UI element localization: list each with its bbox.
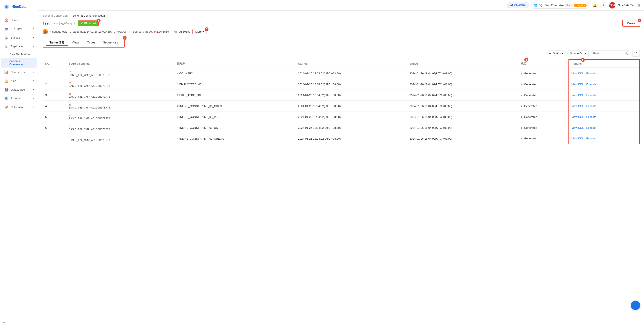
sidebar-item-datasource[interactable]: 🗄️ Datasource ▾ bbox=[1, 85, 37, 94]
alert-icon: 🔔 bbox=[4, 79, 8, 83]
source-version: 2.86-1519 bbox=[156, 30, 169, 33]
breadcrumb-parent[interactable]: Schema Conversion bbox=[43, 14, 68, 17]
sqldev-button[interactable]: 🌐 SQL Dev. Enterprise Trial Upgrade bbox=[531, 2, 589, 8]
target-object-icon: ≡ bbox=[177, 137, 178, 140]
sidebar-item-notification[interactable]: 📣 Notification ▾ bbox=[1, 103, 37, 111]
account-icon: 👤 bbox=[4, 96, 8, 100]
tab-tables[interactable]: Tables(23) bbox=[46, 39, 68, 46]
upgrade-badge[interactable]: Upgrade bbox=[574, 4, 586, 7]
badge-num-1: 1 bbox=[97, 19, 100, 22]
breadcrumb-separator: / bbox=[70, 14, 71, 17]
grid-icon[interactable]: ⊞ bbox=[638, 3, 640, 7]
execute-link[interactable]: Execute bbox=[586, 72, 596, 75]
more-label: More bbox=[195, 30, 202, 33]
cell-status: Generated bbox=[518, 68, 569, 79]
help-button[interactable]: ? bbox=[600, 2, 606, 8]
execute-link[interactable]: Execute bbox=[586, 94, 596, 97]
sqldev-icon: 💻 bbox=[4, 27, 8, 31]
target-object-icon: ≡ bbox=[177, 83, 178, 86]
execute-link[interactable]: Execute bbox=[586, 126, 596, 129]
cell-target-object: ≡ COUNTRY bbox=[174, 68, 295, 79]
refresh-button[interactable]: ↺ bbox=[632, 50, 640, 57]
table-row: 2 ⚠ BASIC_TBL_CMP_A61DCB37EF72 ≡ EMPLOYE… bbox=[43, 79, 640, 90]
created-by: ninedata-test1 bbox=[50, 30, 68, 33]
status-dot bbox=[521, 105, 522, 107]
badge-num-4: 4 bbox=[524, 58, 528, 62]
cell-source-schema: ⚠ BASIC_TBL_CMP_A61DCB37EF72 bbox=[66, 101, 174, 111]
cell-no: 7 bbox=[43, 133, 66, 144]
status-text: Generated bbox=[524, 126, 537, 129]
target-object-name: EMPLOYEES_WV bbox=[179, 83, 202, 86]
detail-header: Test rp-cyojvqy06nqq ⎘ ✓ Finished 1 Dele… bbox=[43, 20, 640, 26]
execute-link[interactable]: Execute bbox=[586, 104, 596, 108]
tab-types[interactable]: Types bbox=[84, 39, 99, 46]
notification-bell-button[interactable]: 🔔 bbox=[592, 2, 598, 8]
avatar: TEST bbox=[609, 2, 616, 8]
chevron-down-icon: ▾ bbox=[202, 30, 204, 33]
cell-status: Generated bbox=[518, 101, 569, 111]
cell-status: Generated bbox=[518, 111, 569, 122]
view-ddl-link[interactable]: View DDL bbox=[572, 104, 584, 108]
detail-id: rp-cyojvqy06nqq bbox=[52, 22, 72, 25]
sidebar-sub-data-replication-label: Data Replication bbox=[10, 53, 30, 56]
view-ddl-link[interactable]: View DDL bbox=[572, 137, 584, 140]
status-filter[interactable]: All Status ▾ bbox=[547, 50, 566, 56]
delete-button[interactable]: Delete bbox=[623, 20, 640, 26]
search-input[interactable] bbox=[593, 52, 623, 55]
sidebar-item-replication-label: Replication bbox=[11, 45, 24, 48]
sidebar-item-sqldev[interactable]: 💻 SQL Dev ▾ bbox=[1, 25, 37, 33]
source-schema-name: BASIC_TBL_CMP_A61DCB37EF72 bbox=[69, 106, 172, 109]
search-box[interactable]: 🔍 bbox=[591, 50, 630, 56]
content: Schema Conversion / Schema Conversion De… bbox=[38, 11, 644, 327]
cell-actions: View DDL Execute bbox=[569, 101, 640, 111]
user-name-label[interactable]: NineData Test bbox=[618, 4, 635, 7]
tab-sequences[interactable]: Sequences bbox=[99, 39, 122, 46]
cell-target-object: ≡ FULL_TYPE_TBL bbox=[174, 90, 295, 101]
cell-ended: 2024-01-26 18:04:02(UTC +08:00) bbox=[407, 111, 518, 122]
source-dot bbox=[154, 31, 156, 33]
execute-link[interactable]: Execute bbox=[586, 83, 596, 86]
badge-num-3: 3 bbox=[123, 36, 126, 40]
sidebar-item-sqldev-label: SQL Dev bbox=[11, 27, 22, 30]
status-badge-wrapper: ✓ Finished 1 bbox=[78, 20, 98, 26]
nav: 🏠 Home 💻 SQL Dev ▾ 🔒 Backup ▾ 📡 Replicat… bbox=[0, 14, 38, 318]
cell-ended: 2024-01-26 18:04:02(UTC +08:00) bbox=[407, 79, 518, 90]
source-schema-name: BASIC_TBL_CMP_A61DCB37EF72 bbox=[69, 73, 172, 76]
cell-status: Generated bbox=[518, 90, 569, 101]
view-ddl-link[interactable]: View DDL bbox=[572, 94, 584, 97]
detail-sub: 👤 ninedata-test1 Created at 2024-01-26 1… bbox=[43, 29, 640, 34]
chatdba-button[interactable]: AI ChatDBA bbox=[507, 2, 528, 8]
execute-link[interactable]: Execute bbox=[586, 137, 596, 140]
sidebar-item-home[interactable]: 🏠 Home bbox=[1, 16, 37, 24]
sidebar-item-account[interactable]: 👤 Account ▾ bbox=[1, 94, 37, 102]
tabs-badge-wrapper: Tables(23) Views Types Sequences 3 bbox=[43, 38, 125, 47]
separator: | bbox=[129, 30, 130, 33]
sidebar-item-alert[interactable]: 🔔 Alert ▾ bbox=[1, 77, 37, 85]
copy-icon[interactable]: ⎘ bbox=[74, 22, 75, 25]
view-ddl-link[interactable]: View DDL bbox=[572, 115, 584, 118]
comparison-icon: 📊 bbox=[4, 70, 8, 74]
cell-no: 4 bbox=[43, 101, 66, 111]
view-ddl-link[interactable]: View DDL bbox=[572, 83, 584, 86]
chevron-down-icon: ▾ bbox=[33, 71, 34, 73]
view-ddl-link[interactable]: View DDL bbox=[572, 126, 584, 129]
menu-icon[interactable]: ≡ bbox=[3, 321, 5, 325]
support-button[interactable]: 👤 bbox=[631, 301, 640, 310]
view-ddl-link[interactable]: View DDL bbox=[572, 72, 584, 75]
cell-started: 2024-01-26 18:04:02(UTC +08:00) bbox=[296, 111, 407, 122]
arrow-icon: → bbox=[170, 30, 173, 33]
sidebar-item-notification-label: Notification bbox=[11, 105, 24, 109]
sidebar-item-schema-conversion[interactable]: Schema Conversio bbox=[1, 58, 37, 68]
target-object-icon: ≡ bbox=[177, 94, 178, 97]
sidebar-item-comparison[interactable]: 📊 Comparison ▾ bbox=[1, 68, 37, 76]
tab-views[interactable]: Views bbox=[68, 39, 84, 46]
execute-link[interactable]: Execute bbox=[586, 115, 596, 118]
source-db-icon: ⚠ bbox=[69, 81, 72, 84]
sidebar-item-backup[interactable]: 🔒 Backup ▾ bbox=[1, 33, 37, 42]
chatdba-label: ChatDBA bbox=[514, 4, 526, 7]
breadcrumb-current: Schema Conversion Detail bbox=[72, 14, 106, 17]
source-filter[interactable]: Source O... ▾ bbox=[568, 50, 589, 56]
sidebar-item-replication[interactable]: 📡 Replication ▴ bbox=[1, 42, 37, 50]
sidebar-item-data-replication[interactable]: Data Replication bbox=[1, 51, 37, 57]
tabs-container: Tables(23) Views Types Sequences 3 bbox=[43, 38, 640, 47]
